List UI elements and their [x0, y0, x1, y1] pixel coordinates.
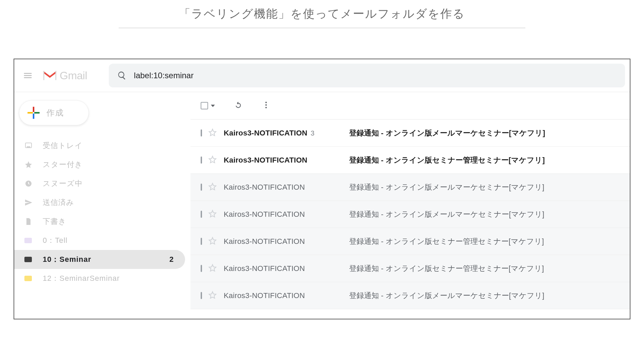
row-star-button[interactable]	[208, 264, 217, 274]
sidebar-item-label: 0：Tell	[43, 235, 190, 246]
star-outline-icon	[208, 236, 217, 245]
star-outline-icon	[208, 291, 217, 299]
search-query-text: label:10:seminar	[134, 71, 194, 80]
main-menu-button[interactable]	[17, 65, 39, 86]
svg-rect-3	[34, 112, 40, 113]
title-divider	[119, 28, 525, 28]
star-icon	[24, 161, 38, 169]
tag-icon	[24, 276, 38, 281]
row-checkbox[interactable]	[201, 293, 202, 299]
svg-point-7	[265, 102, 267, 103]
select-all-checkbox[interactable]	[201, 102, 215, 109]
gmail-header: Gmail label:10:seminar	[14, 59, 630, 92]
row-checkbox[interactable]	[201, 157, 202, 163]
search-icon	[115, 71, 129, 80]
star-outline-icon	[208, 264, 217, 272]
sidebar-item-3[interactable]: 送信済み	[14, 193, 190, 212]
row-checkbox[interactable]	[201, 184, 202, 190]
mail-main: Kairos3-NOTIFICATION 3登録通知 - オンライン版メールマー…	[190, 92, 630, 319]
row-sender: Kairos3-NOTIFICATION	[224, 183, 349, 192]
checkbox-icon	[201, 238, 202, 245]
refresh-button[interactable]	[234, 101, 243, 111]
star-outline-icon	[208, 182, 217, 191]
row-sender: Kairos3-NOTIFICATION	[224, 210, 349, 219]
clock-icon	[24, 180, 38, 188]
mail-row[interactable]: Kairos3-NOTIFICATION登録通知 - オンライン版セミナー管理セ…	[190, 147, 630, 174]
row-subject: 登録通知 - オンライン版セミナー管理セミナー[マケフリ]	[349, 236, 630, 247]
row-sender: Kairos3-NOTIFICATION	[224, 291, 349, 300]
refresh-icon	[234, 101, 243, 109]
row-star-button[interactable]	[208, 236, 217, 247]
checkbox-icon	[201, 102, 208, 109]
tag-icon	[24, 238, 38, 243]
svg-rect-5	[27, 146, 30, 147]
row-subject: 登録通知 - オンライン版メールマーケセミナー[マケフリ]	[349, 291, 630, 301]
star-outline-icon	[208, 209, 217, 218]
mail-toolbar	[190, 92, 630, 119]
row-checkbox[interactable]	[201, 130, 202, 136]
row-subject: 登録通知 - オンライン版メールマーケセミナー[マケフリ]	[349, 128, 630, 138]
row-star-button[interactable]	[208, 128, 217, 138]
row-subject: 登録通知 - オンライン版メールマーケセミナー[マケフリ]	[349, 209, 630, 219]
mail-row[interactable]: Kairos3-NOTIFICATION登録通知 - オンライン版メールマーケセ…	[190, 201, 630, 228]
row-star-button[interactable]	[208, 291, 217, 301]
checkbox-icon	[201, 156, 202, 164]
plus-icon	[27, 106, 40, 120]
row-star-button[interactable]	[208, 182, 217, 192]
sidebar-item-6[interactable]: 10：Seminar2	[14, 250, 185, 269]
more-button[interactable]	[262, 101, 270, 111]
sidebar-item-4[interactable]: 下書き	[14, 212, 190, 231]
sidebar-item-label: 10：Seminar	[43, 254, 169, 265]
label-tag-icon	[24, 257, 32, 262]
sidebar-item-7[interactable]: 12：SeminarSeminar	[14, 269, 190, 288]
mail-row[interactable]: Kairos3-NOTIFICATION登録通知 - オンライン版メールマーケセ…	[190, 174, 630, 201]
mail-row[interactable]: Kairos3-NOTIFICATION登録通知 - オンライン版セミナー管理セ…	[190, 228, 630, 255]
gmail-screenshot-frame: Gmail label:10:seminar	[14, 59, 630, 319]
compose-label: 作成	[46, 107, 64, 118]
row-subject: 登録通知 - オンライン版セミナー管理セミナー[マケフリ]	[349, 264, 630, 274]
star-outline-icon	[208, 128, 217, 137]
gmail-logo[interactable]: Gmail	[42, 69, 87, 82]
svg-rect-2	[27, 112, 33, 113]
sidebar-item-label: 送信済み	[43, 197, 190, 208]
checkbox-icon	[201, 184, 202, 191]
sidebar-item-5[interactable]: 0：Tell	[14, 231, 190, 250]
row-subject: 登録通知 - オンライン版メールマーケセミナー[マケフリ]	[349, 182, 630, 192]
sidebar-item-1[interactable]: スター付き	[14, 155, 190, 174]
row-checkbox[interactable]	[201, 238, 202, 245]
send-icon	[24, 198, 38, 207]
file-icon	[24, 217, 38, 226]
row-checkbox[interactable]	[201, 266, 202, 272]
sidebar-item-label: スター付き	[43, 160, 190, 170]
mail-row[interactable]: Kairos3-NOTIFICATION登録通知 - オンライン版メールマーケセ…	[190, 282, 630, 309]
svg-rect-0	[33, 107, 34, 112]
row-checkbox[interactable]	[201, 211, 202, 217]
tag-icon	[24, 257, 38, 262]
sidebar-item-0[interactable]: 受信トレイ	[14, 136, 190, 155]
row-star-button[interactable]	[208, 155, 217, 165]
sidebar-item-2[interactable]: スヌーズ中	[14, 174, 190, 193]
label-tag-icon	[24, 276, 32, 281]
chevron-down-icon	[211, 105, 215, 107]
inbox-icon	[24, 142, 38, 150]
row-thread-count: 3	[309, 129, 315, 137]
gmail-brand-text: Gmail	[60, 69, 87, 82]
row-sender: Kairos3-NOTIFICATION	[224, 237, 349, 246]
gmail-m-icon	[42, 69, 58, 82]
compose-button[interactable]: 作成	[19, 100, 89, 125]
star-outline-icon	[208, 155, 217, 164]
row-sender: Kairos3-NOTIFICATION 3	[224, 129, 349, 138]
page-title: 「ラベリング機能」を使ってメールフォルダを作る	[0, 3, 644, 28]
search-bar[interactable]: label:10:seminar	[109, 64, 625, 87]
sidebar-item-label: 12：SeminarSeminar	[43, 273, 190, 284]
mail-row[interactable]: Kairos3-NOTIFICATION 3登録通知 - オンライン版メールマー…	[190, 120, 630, 147]
svg-point-9	[265, 107, 267, 108]
sidebar-item-count: 2	[169, 255, 185, 264]
mail-row[interactable]: Kairos3-NOTIFICATION登録通知 - オンライン版セミナー管理セ…	[190, 255, 630, 282]
more-vert-icon	[262, 101, 270, 109]
hamburger-icon	[23, 70, 33, 81]
checkbox-icon	[201, 211, 202, 218]
row-sender: Kairos3-NOTIFICATION	[224, 264, 349, 273]
row-star-button[interactable]	[208, 209, 217, 219]
sidebar-item-label: 受信トレイ	[43, 141, 190, 151]
